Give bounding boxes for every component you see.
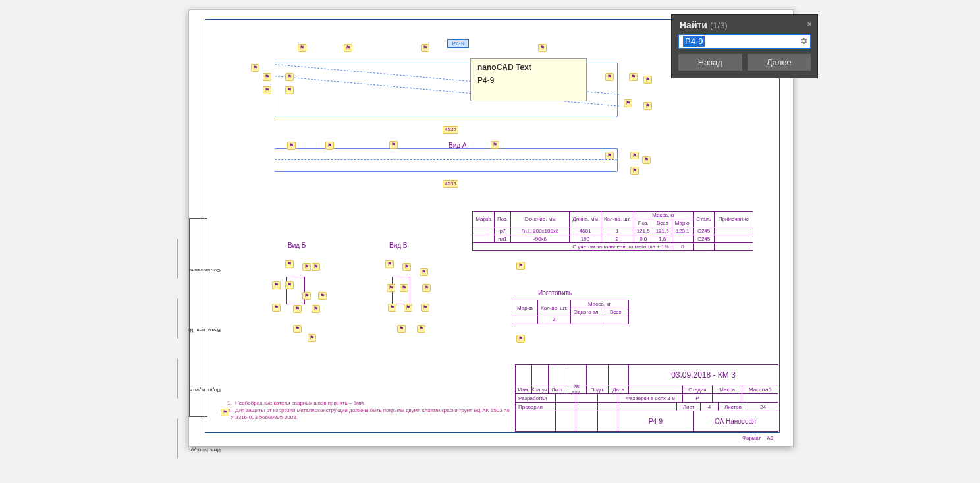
table-row: 4: [512, 316, 629, 324]
anno: ⚑: [312, 305, 320, 313]
anno: ⚑: [221, 409, 229, 416]
prev-button[interactable]: Назад: [678, 54, 742, 71]
anno: ⚑: [421, 304, 429, 312]
anno: ⚑: [421, 44, 429, 52]
th: Марка: [512, 300, 538, 316]
th: Одного эл.: [570, 308, 603, 316]
anno: ⚑: [272, 281, 281, 289]
object-name: Фахверки в осях 3-8: [618, 394, 683, 402]
anno: ⚑: [643, 102, 652, 110]
anno: ⚑: [397, 325, 406, 333]
next-button[interactable]: Далее: [748, 54, 811, 71]
format-label: Формат А3: [742, 435, 773, 441]
anno: ⚑: [400, 284, 408, 292]
th: Всех: [603, 308, 628, 316]
th: Сталь: [694, 212, 715, 227]
anno: ⚑: [538, 44, 547, 52]
anno: ⚑: [516, 262, 525, 270]
search-input-value: P4-9: [683, 36, 705, 47]
stamp-label: Инв. № подл.: [181, 447, 221, 453]
tooltip-title: nanoCAD Text: [477, 63, 580, 72]
anno: ⚑: [629, 73, 638, 81]
anno: ⚑: [285, 260, 294, 268]
anno: ⚑: [263, 86, 271, 94]
cross-section-b: [268, 247, 321, 333]
th: Длина, мм: [570, 212, 601, 227]
anno: ⚑: [285, 86, 294, 94]
note: Необобранные катеты сварных швов принять…: [235, 400, 365, 406]
parts-table: Марка Поз. Сечение, мм Длина, мм Кол-во,…: [472, 211, 753, 251]
find-count: (1/3): [710, 20, 728, 30]
table-row: р7Гн.□ 200х100х646011121,5121,5123,1С245: [473, 227, 753, 235]
title-block: 03.09.2018 - КМ 3 Изм. Кол.уч. Лист № до…: [515, 364, 778, 432]
anno: ⚑: [251, 64, 259, 72]
anno: ⚑: [630, 152, 639, 159]
th: Сечение, мм: [511, 212, 570, 227]
anno: ⚑: [302, 263, 311, 271]
th: Всех: [653, 219, 672, 227]
th: Масса, кг: [570, 300, 628, 308]
anno: ⚑: [293, 305, 302, 313]
th: Примечание: [715, 212, 753, 227]
anno: ⚑: [422, 284, 431, 292]
anno: ⚑: [491, 141, 499, 149]
close-icon[interactable]: ×: [807, 19, 812, 29]
th: Поз.: [495, 212, 511, 227]
anno: ⚑: [344, 44, 352, 52]
th: Кол-во, шт.: [538, 300, 571, 316]
anno: ⚑: [298, 44, 306, 52]
anno: ⚑: [643, 76, 652, 84]
note: Для защиты от коррозии металлоконструкци…: [227, 407, 510, 420]
anno: ⚑: [605, 152, 614, 159]
anno: ⚑: [388, 304, 396, 312]
table-row: пл1-90х619020,81,6С245: [473, 235, 753, 243]
tooltip-value: Р4-9: [477, 76, 580, 85]
anno: ⚑: [308, 334, 316, 342]
anno: ⚑: [385, 260, 394, 268]
anno: ⚑: [293, 325, 302, 333]
doc-number: Р4-9: [618, 411, 694, 431]
view-label: Вид А: [449, 142, 467, 149]
search-hit-1[interactable]: Р4-9: [447, 39, 469, 48]
dimension: 4533: [443, 180, 458, 188]
anno: ⚑: [302, 292, 311, 300]
hover-tooltip: nanoCAD Text Р4-9: [470, 58, 587, 101]
table-row-summary: С учетом наплавленного металла + 1% 0: [473, 243, 753, 251]
anno: ⚑: [325, 142, 334, 150]
anno: ⚑: [263, 73, 271, 81]
search-input[interactable]: P4-9: [678, 34, 811, 49]
gear-icon[interactable]: [799, 36, 808, 47]
anno: ⚑: [624, 99, 632, 107]
drawing-notes: 1.Необобранные катеты сварных швов приня…: [227, 399, 517, 421]
anno: ⚑: [417, 325, 425, 333]
anno: ⚑: [402, 263, 411, 271]
anno: ⚑: [312, 263, 320, 271]
anno: ⚑: [605, 73, 614, 81]
make-table: Марка Кол-во, шт. Масса, кг Одного эл. В…: [512, 300, 629, 324]
dimension: 4535: [443, 126, 458, 134]
th: Масса, кг: [634, 212, 694, 219]
make-title: Изготовить: [538, 289, 572, 297]
anno: ⚑: [318, 292, 327, 300]
anno: ⚑: [285, 73, 294, 81]
anno: ⚑: [272, 304, 281, 312]
company: ОА Нанософт: [694, 411, 778, 431]
anno: ⚑: [630, 167, 639, 175]
anno: ⚑: [420, 268, 428, 276]
project-code: 03.09.2018 - КМ 3: [629, 365, 778, 385]
anno: ⚑: [389, 141, 398, 149]
th: Марки: [672, 219, 694, 227]
anno: ⚑: [404, 304, 412, 312]
find-title: Найти: [680, 20, 707, 30]
th: Марка: [473, 212, 495, 227]
anno: ⚑: [287, 142, 296, 150]
th: Кол-во, шт.: [601, 212, 634, 227]
anno: ⚑: [642, 156, 651, 164]
find-panel[interactable]: Найти (1/3) × P4-9 Назад Далее: [671, 14, 818, 78]
anno: ⚑: [516, 335, 525, 343]
anno: ⚑: [387, 284, 395, 292]
anno: ⚑: [285, 281, 294, 289]
th: Поз.: [634, 219, 653, 227]
